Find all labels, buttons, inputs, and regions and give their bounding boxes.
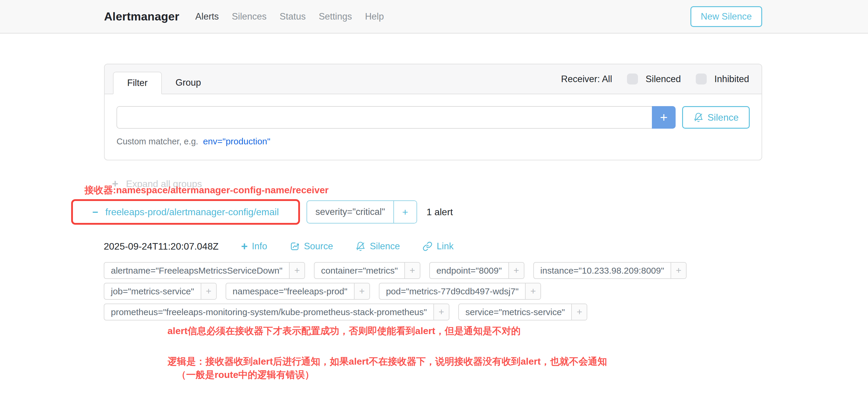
alert-silence-link[interactable]: Silence [355,241,400,252]
alert-silence-label: Silence [370,241,400,252]
alert-label-text: service="metrics-service" [459,304,571,320]
toggle-silenced[interactable]: Silenced [627,73,681,85]
alert-count: 1 alert [427,207,453,218]
add-filter-button[interactable]: + [404,263,420,278]
alert-label-text: instance="10.233.98.209:8009" [534,263,671,278]
annotation-alert-note: alert信息必须在接收器下才表示配置成功，否则即使能看到alert，但是通知是… [167,325,521,338]
annotation-logic-note-2: （一般是route中的逻辑有错误） [177,368,314,381]
inhibited-checkbox[interactable] [696,73,707,85]
top-navbar: Alertmanager Alerts Silences Status Sett… [0,0,868,33]
alert-label-text: job="metrics-service" [104,283,201,299]
alert-label: alertname="FreeleapsMetricsServiceDown" … [104,262,305,279]
add-filter-button[interactable]: + [508,263,524,278]
alert-label: container="metrics" + [314,262,421,279]
nav-links: Alerts Silences Status Settings Help [195,11,384,22]
add-filter-button[interactable]: + [201,283,216,299]
alert-link-label: Link [437,241,454,252]
receiver-filter-label[interactable]: Receiver: All [561,74,612,85]
silence-button[interactable]: Silence [682,106,750,129]
alert-label: service="metrics-service" + [458,304,588,320]
silenced-label: Silenced [646,74,681,85]
alert-timestamp: 2025-09-24T11:20:07.048Z [104,241,218,252]
tab-filter[interactable]: Filter [113,72,162,94]
annotation-receiver-note: 接收器:namespace/altermanager-config-name/r… [85,184,329,197]
plus-icon: + [241,241,248,252]
alert-label: job="metrics-service" + [104,283,217,300]
annotation-logic-note: 逻辑是：接收器收到alert后进行通知，如果alert不在接收器下，说明接收器没… [167,355,607,368]
alert-label-text: prometheus="freeleaps-monitoring-system/… [104,304,433,320]
alert-label-row: alertname="FreeleapsMetricsServiceDown" … [104,262,687,279]
filter-panel-body: + Silence Custom matcher, e.g. env="prod… [105,94,762,158]
tab-group[interactable]: Group [162,72,215,94]
alert-permalink[interactable]: Link [423,241,454,252]
alert-info-link[interactable]: + Info [241,241,267,252]
add-matcher-button[interactable]: + [652,106,676,129]
filter-panel: Filter Group Receiver: All Silenced Inhi… [104,64,762,160]
alert-label: instance="10.233.98.209:8009" + [533,262,687,279]
group-matcher-chip: severity="critical" + [307,201,417,223]
matcher-helper-text: Custom matcher, e.g. [117,137,198,147]
alert-label-text: pod="metrics-77d9cdb497-wdsj7" [379,283,525,299]
plus-icon: + [402,206,408,218]
add-filter-button[interactable]: + [433,304,449,320]
add-filter-button[interactable]: + [525,283,540,299]
silence-button-label: Silence [708,112,739,123]
matcher-input[interactable] [117,106,652,129]
group-matcher-label: severity="critical" [307,201,393,223]
alert-label-text: container="metrics" [314,263,404,278]
bell-slash-icon [355,241,366,251]
alert-source-link[interactable]: Source [290,241,333,252]
alert-label-row: prometheus="freeleaps-monitoring-system/… [104,304,687,320]
filter-header-controls: Receiver: All Silenced Inhibited [561,73,749,85]
alert-info-label: Info [252,241,267,252]
nav-item-help[interactable]: Help [365,11,384,22]
alert-label: namespace="freeleaps-prod" + [226,283,370,300]
receiver-group-label: freeleaps-prod/alertmanager-config/email [105,207,279,218]
new-silence-button[interactable]: New Silence [690,6,762,27]
app-brand[interactable]: Alertmanager [104,10,179,23]
nav-item-settings[interactable]: Settings [319,11,352,22]
filter-panel-header: Filter Group Receiver: All Silenced Inhi… [105,64,762,94]
filter-tabs: Filter Group [113,72,215,94]
receiver-group-link[interactable]: − freeleaps-prod/alertmanager-config/ema… [92,206,279,218]
matcher-example-link[interactable]: env="production" [203,136,270,147]
link-icon [423,241,433,251]
alert-source-label: Source [304,241,333,252]
add-filter-button[interactable]: + [289,263,305,278]
nav-item-silences[interactable]: Silences [232,11,267,22]
alert-label-text: alertname="FreeleapsMetricsServiceDown" [104,263,289,278]
alert-label-text: endpoint="8009" [430,263,508,278]
matcher-input-group: + Silence [117,106,750,129]
plus-icon: + [660,110,668,125]
nav-item-status[interactable]: Status [280,11,306,22]
alert-label-text: namespace="freeleaps-prod" [226,283,354,299]
group-matcher-add-button[interactable]: + [393,201,416,223]
add-filter-button[interactable]: + [571,304,587,320]
inhibited-label: Inhibited [714,74,749,85]
nav-item-alerts[interactable]: Alerts [195,11,219,22]
alert-label: endpoint="8009" + [429,262,524,279]
matcher-helper: Custom matcher, e.g. env="production" [117,136,750,147]
alert-group-row: − freeleaps-prod/alertmanager-config/ema… [71,199,453,225]
alert-label: pod="metrics-77d9cdb497-wdsj7" + [379,283,541,300]
add-filter-button[interactable]: + [671,263,686,278]
alert-header-row: 2025-09-24T11:20:07.048Z + Info Source S… [104,241,454,252]
toggle-inhibited[interactable]: Inhibited [696,73,749,85]
add-filter-button[interactable]: + [354,283,369,299]
alert-label-row: job="metrics-service" + namespace="freel… [104,283,687,300]
collapse-minus-icon: − [92,206,98,218]
chart-icon [290,241,300,251]
alert-labels: alertname="FreeleapsMetricsServiceDown" … [104,262,687,320]
bell-slash-icon [693,112,704,122]
silenced-checkbox[interactable] [627,73,638,85]
alert-label: prometheus="freeleaps-monitoring-system/… [104,304,450,320]
annotation-red-box: − freeleaps-prod/alertmanager-config/ema… [71,199,300,225]
